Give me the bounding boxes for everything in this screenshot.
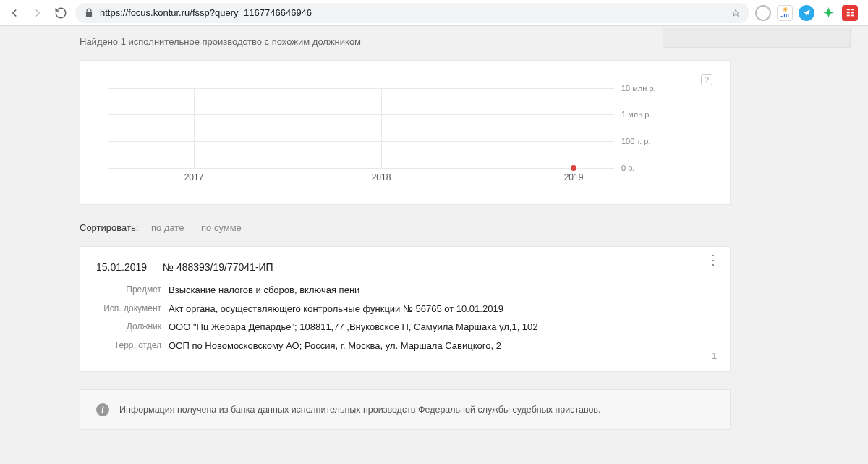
result-card: ⋮ 15.01.2019 № 488393/19/77041-ИП Предме… — [80, 246, 731, 372]
result-index: 1 — [712, 351, 717, 361]
subject-key: Предмет — [96, 283, 169, 298]
sort-by-sum[interactable]: по сумме — [201, 222, 242, 233]
lock-icon — [84, 8, 94, 18]
doc-key: Исп. документ — [96, 302, 169, 316]
chart-card: ? 10 млн р. 1 млн р. 100 т. р. 0 р. — [80, 60, 731, 205]
ext-telegram-icon[interactable] — [799, 5, 814, 21]
back-button[interactable] — [6, 4, 23, 22]
extensions: ☀-10 ✦ ☷ — [755, 5, 862, 21]
forward-button[interactable] — [29, 4, 46, 22]
ext-circle-icon[interactable] — [755, 5, 771, 21]
result-number: № 488393/19/77041-ИП — [163, 261, 273, 273]
debtor-key: Должник — [96, 320, 169, 334]
more-menu-icon[interactable]: ⋮ — [707, 258, 720, 261]
info-text: Информация получена из банка данных испо… — [119, 405, 601, 415]
reload-button[interactable] — [52, 4, 69, 22]
ext-shop-icon[interactable]: ☷ — [842, 5, 858, 21]
chart-y-axis: 10 млн р. 1 млн р. 100 т. р. 0 р. — [621, 88, 679, 168]
results-count: Найдено 1 исполнительное производство с … — [80, 36, 731, 47]
result-date: 15.01.2019 — [96, 261, 147, 273]
address-bar[interactable]: https://focus.kontur.ru/fssp?query=11677… — [75, 3, 749, 23]
chart-datapoint — [571, 165, 576, 171]
top-placeholder-box — [663, 28, 851, 48]
star-icon[interactable]: ☆ — [731, 6, 741, 20]
info-icon: i — [96, 403, 109, 416]
result-header: 15.01.2019 № 488393/19/77041-ИП — [96, 261, 714, 273]
doc-value: Акт органа, осуществляющего контрольные … — [169, 302, 503, 316]
debtor-value: ООО "Пц Жерара Депардье"; 108811,77 ,Вну… — [169, 320, 538, 334]
sort-label: Сортировать: — [80, 222, 138, 233]
subject-value: Взыскание налогов и сборов, включая пени — [169, 283, 359, 298]
sort-row: Сортировать: по дате по сумме — [80, 222, 731, 233]
help-icon[interactable]: ? — [701, 74, 712, 85]
url-text: https://focus.kontur.ru/fssp?query=11677… — [100, 7, 312, 18]
dept-key: Терр. отдел — [96, 339, 169, 353]
chart-plot — [108, 88, 614, 168]
browser-toolbar: https://focus.kontur.ru/fssp?query=11677… — [0, 0, 868, 26]
sort-by-date[interactable]: по дате — [151, 222, 184, 233]
ext-weather-icon[interactable]: ☀-10 — [777, 5, 793, 21]
info-card: i Информация получена из банка данных ис… — [80, 389, 731, 430]
dept-value: ОСП по Новомосковскому АО; Россия, г. Мо… — [169, 339, 501, 353]
ext-evernote-icon[interactable]: ✦ — [820, 5, 836, 21]
